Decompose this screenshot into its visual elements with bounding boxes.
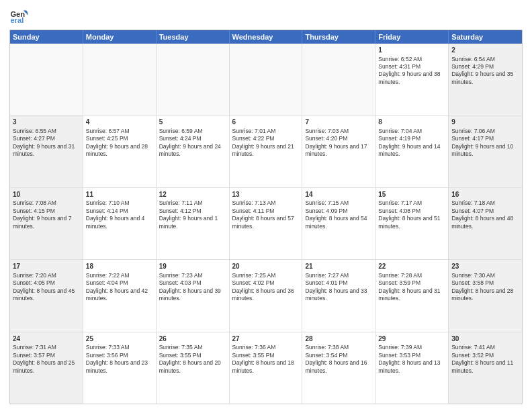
sunrise-text: Sunrise: 6:55 AM xyxy=(13,128,56,134)
sunrise-text: Sunrise: 7:13 AM xyxy=(232,199,276,206)
day-number: 15 xyxy=(378,190,445,199)
sunset-text: Sunset: 4:29 PM xyxy=(451,63,494,70)
calendar-cell: 27Sunrise: 7:36 AMSunset: 3:55 PMDayligh… xyxy=(230,332,303,404)
calendar-cell xyxy=(83,44,157,115)
day-number: 20 xyxy=(232,262,300,271)
calendar-cell: 25Sunrise: 7:33 AMSunset: 3:56 PMDayligh… xyxy=(83,332,157,404)
day-number: 3 xyxy=(13,118,80,127)
sunrise-text: Sunrise: 7:11 AM xyxy=(159,199,203,206)
day-number: 5 xyxy=(159,118,226,127)
sunrise-text: Sunrise: 6:52 AM xyxy=(378,56,422,62)
calendar-row-3: 17Sunrise: 7:20 AMSunset: 4:05 PMDayligh… xyxy=(10,259,522,331)
sunset-text: Sunset: 3:59 PM xyxy=(378,279,420,286)
sunset-text: Sunset: 3:55 PM xyxy=(159,352,202,359)
sunset-text: Sunset: 4:09 PM xyxy=(305,208,347,214)
header-day-sunday: Sunday xyxy=(10,30,83,44)
calendar-cell: 5Sunrise: 6:59 AMSunset: 4:24 PMDaylight… xyxy=(157,116,230,187)
calendar-cell: 30Sunrise: 7:41 AMSunset: 3:52 PMDayligh… xyxy=(449,332,522,404)
sunset-text: Sunset: 3:56 PM xyxy=(86,352,128,359)
daylight-text: Daylight: 9 hours and 35 minutes. xyxy=(451,71,513,85)
sunrise-text: Sunrise: 6:57 AM xyxy=(86,128,130,134)
calendar-cell: 22Sunrise: 7:28 AMSunset: 3:59 PMDayligh… xyxy=(375,260,449,331)
sunset-text: Sunset: 4:24 PM xyxy=(159,135,202,142)
sunset-text: Sunset: 4:04 PM xyxy=(86,279,128,286)
daylight-text: Daylight: 8 hours and 18 minutes. xyxy=(232,359,294,373)
day-number: 17 xyxy=(13,262,80,271)
calendar-cell: 15Sunrise: 7:17 AMSunset: 4:08 PMDayligh… xyxy=(375,188,449,259)
sunrise-text: Sunrise: 7:01 AM xyxy=(232,128,276,134)
sunrise-text: Sunrise: 7:39 AM xyxy=(378,344,422,351)
sunset-text: Sunset: 4:12 PM xyxy=(159,208,202,214)
calendar-cell: 13Sunrise: 7:13 AMSunset: 4:11 PMDayligh… xyxy=(230,188,303,259)
sunset-text: Sunset: 4:22 PM xyxy=(232,135,275,142)
sunrise-text: Sunrise: 6:59 AM xyxy=(159,128,203,134)
sunset-text: Sunset: 3:55 PM xyxy=(232,352,275,359)
daylight-text: Daylight: 8 hours and 45 minutes. xyxy=(13,287,75,302)
sunset-text: Sunset: 4:14 PM xyxy=(86,208,128,214)
sunset-text: Sunset: 4:31 PM xyxy=(378,63,420,70)
sunset-text: Sunset: 3:54 PM xyxy=(305,352,347,359)
sunrise-text: Sunrise: 7:41 AM xyxy=(451,344,495,351)
header-day-tuesday: Tuesday xyxy=(157,30,230,44)
sunset-text: Sunset: 4:07 PM xyxy=(451,208,494,214)
sunset-text: Sunset: 3:58 PM xyxy=(451,279,494,286)
day-number: 19 xyxy=(159,262,226,271)
daylight-text: Daylight: 8 hours and 54 minutes. xyxy=(305,215,367,229)
sunset-text: Sunset: 4:05 PM xyxy=(13,279,55,286)
daylight-text: Daylight: 8 hours and 42 minutes. xyxy=(86,287,148,302)
daylight-text: Daylight: 8 hours and 28 minutes. xyxy=(451,287,513,302)
sunset-text: Sunset: 4:11 PM xyxy=(232,208,275,214)
sunrise-text: Sunrise: 7:27 AM xyxy=(305,272,349,279)
day-number: 8 xyxy=(378,118,445,127)
logo-icon: Gen eral xyxy=(9,7,28,26)
day-number: 9 xyxy=(451,118,519,127)
daylight-text: Daylight: 8 hours and 31 minutes. xyxy=(378,287,440,302)
sunset-text: Sunset: 4:02 PM xyxy=(232,279,275,286)
day-number: 18 xyxy=(86,262,153,271)
sunset-text: Sunset: 3:57 PM xyxy=(13,352,55,359)
daylight-text: Daylight: 9 hours and 24 minutes. xyxy=(159,143,221,157)
sunrise-text: Sunrise: 7:33 AM xyxy=(86,344,130,351)
daylight-text: Daylight: 8 hours and 20 minutes. xyxy=(159,359,221,373)
calendar-cell: 29Sunrise: 7:39 AMSunset: 3:53 PMDayligh… xyxy=(375,332,449,404)
calendar-cell: 23Sunrise: 7:30 AMSunset: 3:58 PMDayligh… xyxy=(449,260,522,331)
sunrise-text: Sunrise: 7:06 AM xyxy=(451,128,495,134)
day-number: 29 xyxy=(378,334,445,344)
day-number: 21 xyxy=(305,262,372,271)
sunrise-text: Sunrise: 7:22 AM xyxy=(86,272,130,279)
sunset-text: Sunset: 4:15 PM xyxy=(13,208,55,214)
calendar-row-2: 10Sunrise: 7:08 AMSunset: 4:15 PMDayligh… xyxy=(10,187,522,259)
sunrise-text: Sunrise: 7:03 AM xyxy=(305,128,349,134)
daylight-text: Daylight: 9 hours and 17 minutes. xyxy=(305,143,367,157)
calendar-cell: 10Sunrise: 7:08 AMSunset: 4:15 PMDayligh… xyxy=(10,188,83,259)
sunrise-text: Sunrise: 7:30 AM xyxy=(451,272,495,279)
calendar-row-4: 24Sunrise: 7:31 AMSunset: 3:57 PMDayligh… xyxy=(10,332,522,404)
calendar-cell: 2Sunrise: 6:54 AMSunset: 4:29 PMDaylight… xyxy=(449,44,522,115)
header-day-thursday: Thursday xyxy=(302,30,375,44)
sunset-text: Sunset: 4:27 PM xyxy=(13,135,55,142)
calendar-cell: 16Sunrise: 7:18 AMSunset: 4:07 PMDayligh… xyxy=(449,188,522,259)
day-number: 11 xyxy=(86,190,153,199)
sunset-text: Sunset: 4:25 PM xyxy=(86,135,128,142)
calendar-cell: 28Sunrise: 7:38 AMSunset: 3:54 PMDayligh… xyxy=(302,332,375,404)
calendar-cell: 1Sunrise: 6:52 AMSunset: 4:31 PMDaylight… xyxy=(375,44,449,115)
calendar-body: 1Sunrise: 6:52 AMSunset: 4:31 PMDaylight… xyxy=(10,44,522,404)
day-number: 30 xyxy=(451,334,519,344)
calendar-cell: 3Sunrise: 6:55 AMSunset: 4:27 PMDaylight… xyxy=(10,116,83,187)
daylight-text: Daylight: 9 hours and 7 minutes. xyxy=(13,215,71,229)
day-number: 27 xyxy=(232,334,300,344)
day-number: 16 xyxy=(451,190,519,199)
sunrise-text: Sunrise: 7:08 AM xyxy=(13,199,56,206)
daylight-text: Daylight: 8 hours and 16 minutes. xyxy=(305,359,367,373)
sunrise-text: Sunrise: 6:54 AM xyxy=(451,56,495,62)
calendar-cell: 24Sunrise: 7:31 AMSunset: 3:57 PMDayligh… xyxy=(10,332,83,404)
calendar-row-0: 1Sunrise: 6:52 AMSunset: 4:31 PMDaylight… xyxy=(10,44,522,115)
sunset-text: Sunset: 4:20 PM xyxy=(305,135,347,142)
day-number: 26 xyxy=(159,334,226,344)
calendar-cell: 12Sunrise: 7:11 AMSunset: 4:12 PMDayligh… xyxy=(157,188,230,259)
day-number: 2 xyxy=(451,46,519,55)
calendar-cell: 17Sunrise: 7:20 AMSunset: 4:05 PMDayligh… xyxy=(10,260,83,331)
calendar-row-1: 3Sunrise: 6:55 AMSunset: 4:27 PMDaylight… xyxy=(10,115,522,187)
calendar-cell: 11Sunrise: 7:10 AMSunset: 4:14 PMDayligh… xyxy=(83,188,157,259)
sunrise-text: Sunrise: 7:20 AM xyxy=(13,272,56,279)
